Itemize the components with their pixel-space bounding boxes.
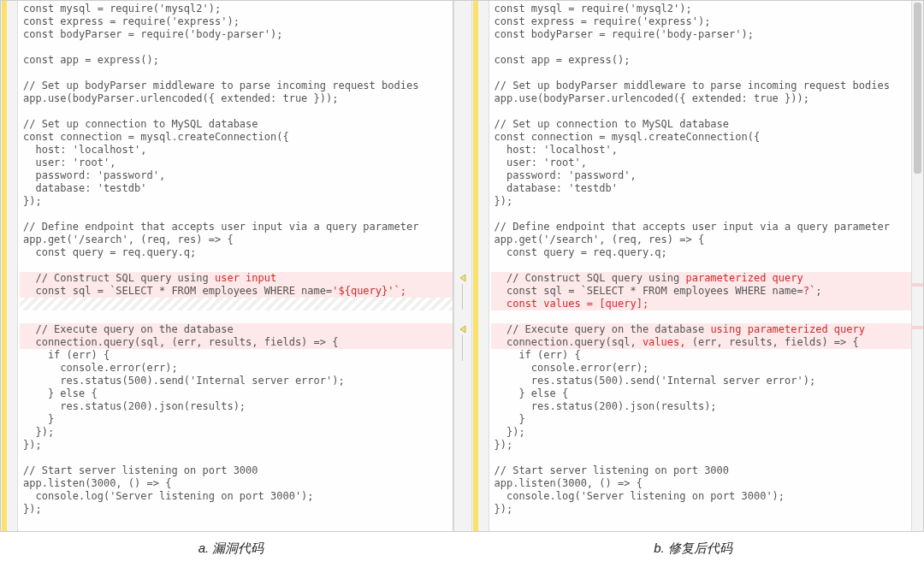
- code-line[interactable]: // Construct SQL query using user input: [20, 272, 453, 285]
- code-segment: connection.query(sql,: [495, 336, 643, 348]
- right-code-area[interactable]: const mysql = require('mysql2');const ex…: [489, 1, 912, 531]
- code-line[interactable]: const app = express();: [491, 54, 912, 67]
- code-line[interactable]: const mysql = require('mysql2');: [491, 3, 912, 15]
- diff-arrow-icon[interactable]: [456, 272, 471, 284]
- code-line[interactable]: // Start server listening on port 3000: [491, 464, 912, 477]
- code-line[interactable]: });: [491, 426, 912, 439]
- code-line[interactable]: const values = [query];: [491, 298, 912, 310]
- code-line[interactable]: const express = require('express');: [491, 15, 912, 28]
- code-segment: ?: [803, 285, 809, 297]
- code-line[interactable]: console.log('Server listening on port 30…: [20, 490, 453, 503]
- code-line[interactable]: app.listen(3000, () => {: [20, 477, 453, 490]
- code-line[interactable]: const express = require('express');: [20, 15, 453, 28]
- diff-arrow-icon[interactable]: [456, 323, 471, 335]
- code-line[interactable]: const sql = `SELECT * FROM employees WHE…: [20, 285, 453, 298]
- code-segment: `;: [809, 285, 821, 297]
- code-line[interactable]: if (err) {: [20, 349, 453, 362]
- code-line[interactable]: app.use(bodyParser.urlencoded({ extended…: [20, 92, 453, 105]
- code-line[interactable]: [491, 452, 912, 464]
- code-segment: (err, results, fields) => {: [685, 336, 858, 348]
- left-modified-marker: [2, 1, 7, 531]
- code-line[interactable]: database: 'testdb': [491, 182, 912, 195]
- code-line[interactable]: // Construct SQL query using parameteriz…: [491, 272, 912, 285]
- code-line[interactable]: } else {: [491, 387, 912, 400]
- code-line[interactable]: app.use(bodyParser.urlencoded({ extended…: [491, 92, 912, 105]
- code-line[interactable]: });: [491, 195, 912, 208]
- code-line[interactable]: const bodyParser = require('body-parser'…: [20, 28, 453, 41]
- code-line[interactable]: console.error(err);: [491, 362, 912, 375]
- code-line[interactable]: const mysql = require('mysql2');: [20, 3, 453, 15]
- code-line[interactable]: // Set up bodyParser middleware to parse…: [20, 80, 453, 92]
- code-line[interactable]: [20, 298, 453, 310]
- code-line[interactable]: app.get('/search', (req, res) => {: [491, 233, 912, 246]
- code-line[interactable]: [491, 208, 912, 221]
- code-line[interactable]: res.status(200).json(results);: [20, 400, 453, 413]
- code-segment: values,: [643, 336, 686, 348]
- code-segment: using parameterized query: [710, 323, 865, 335]
- code-line[interactable]: app.get('/search', (req, res) => {: [20, 233, 453, 246]
- code-line[interactable]: console.error(err);: [20, 362, 453, 375]
- code-line[interactable]: const query = req.query.q;: [491, 246, 912, 259]
- code-line[interactable]: // Start server listening on port 3000: [20, 464, 453, 477]
- code-line[interactable]: });: [20, 426, 453, 439]
- code-line[interactable]: [491, 310, 912, 323]
- code-line[interactable]: connection.query(sql, values, (err, resu…: [491, 336, 912, 349]
- code-line[interactable]: [20, 105, 453, 118]
- code-line[interactable]: }: [20, 413, 453, 426]
- code-line[interactable]: host: 'localhost',: [20, 144, 453, 157]
- caption-left: a. 漏洞代码: [0, 541, 462, 557]
- code-line[interactable]: res.status(500).send('Internal server er…: [491, 375, 912, 387]
- code-line[interactable]: });: [20, 439, 453, 452]
- code-line[interactable]: // Define endpoint that accepts user inp…: [491, 221, 912, 233]
- code-line[interactable]: user: 'root',: [491, 157, 912, 169]
- code-line[interactable]: [20, 41, 453, 54]
- code-segment: // Construct SQL query using: [23, 272, 215, 284]
- code-line[interactable]: // Define endpoint that accepts user inp…: [20, 221, 453, 233]
- code-line[interactable]: const connection = mysql.createConnectio…: [491, 131, 912, 144]
- code-line[interactable]: const query = req.query.q;: [20, 246, 453, 259]
- code-line[interactable]: [491, 105, 912, 118]
- code-line[interactable]: const connection = mysql.createConnectio…: [20, 131, 453, 144]
- code-line[interactable]: [491, 259, 912, 272]
- code-line[interactable]: [20, 452, 453, 464]
- code-line[interactable]: [20, 67, 453, 80]
- code-line[interactable]: [20, 259, 453, 272]
- code-line[interactable]: [491, 67, 912, 80]
- code-line[interactable]: [491, 41, 912, 54]
- code-line[interactable]: password: 'password',: [20, 169, 453, 182]
- right-pane: const mysql = require('mysql2');const ex…: [472, 1, 924, 531]
- code-line[interactable]: database: 'testdb': [20, 182, 453, 195]
- code-line[interactable]: // Execute query on the database: [20, 323, 453, 336]
- code-line[interactable]: const bodyParser = require('body-parser'…: [491, 28, 912, 41]
- code-line[interactable]: // Set up connection to MySQL database: [20, 118, 453, 131]
- code-line[interactable]: password: 'password',: [491, 169, 912, 182]
- left-gutter: [1, 1, 18, 531]
- code-segment: '${query}'`;: [332, 285, 406, 297]
- code-line[interactable]: });: [491, 503, 912, 516]
- code-line[interactable]: connection.query(sql, (err, results, fie…: [20, 336, 453, 349]
- scroll-thumb[interactable]: [914, 3, 921, 174]
- code-line[interactable]: // Set up bodyParser middleware to parse…: [491, 80, 912, 92]
- code-line[interactable]: });: [491, 439, 912, 452]
- code-line[interactable]: // Set up connection to MySQL database: [491, 118, 912, 131]
- code-segment: const sql = `SELECT * FROM employees WHE…: [23, 285, 332, 297]
- code-line[interactable]: host: 'localhost',: [491, 144, 912, 157]
- code-line[interactable]: // Execute query on the database using p…: [491, 323, 912, 336]
- code-line[interactable]: res.status(500).send('Internal server er…: [20, 375, 453, 387]
- code-line[interactable]: [20, 208, 453, 221]
- left-pane: const mysql = require('mysql2');const ex…: [1, 1, 453, 531]
- code-line[interactable]: } else {: [20, 387, 453, 400]
- code-line[interactable]: user: 'root',: [20, 157, 453, 169]
- code-line[interactable]: [20, 310, 453, 323]
- code-line[interactable]: });: [20, 503, 453, 516]
- code-line[interactable]: if (err) {: [491, 349, 912, 362]
- code-line[interactable]: app.listen(3000, () => {: [491, 477, 912, 490]
- right-scrollbar[interactable]: [911, 1, 923, 531]
- code-line[interactable]: console.log('Server listening on port 30…: [491, 490, 912, 503]
- code-line[interactable]: }: [491, 413, 912, 426]
- code-line[interactable]: });: [20, 195, 453, 208]
- code-line[interactable]: res.status(200).json(results);: [491, 400, 912, 413]
- code-line[interactable]: const app = express();: [20, 54, 453, 67]
- left-code-area[interactable]: const mysql = require('mysql2');const ex…: [18, 1, 453, 531]
- code-line[interactable]: const sql = `SELECT * FROM employees WHE…: [491, 285, 912, 298]
